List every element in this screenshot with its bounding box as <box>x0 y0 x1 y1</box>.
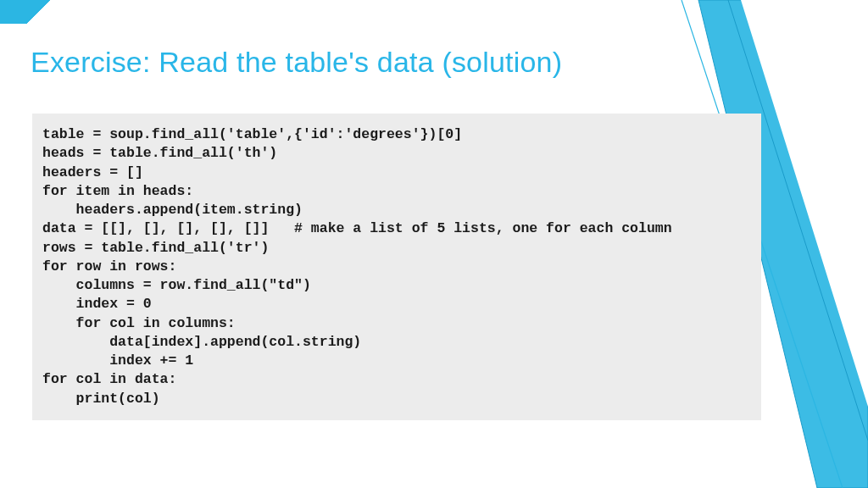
slide-title: Exercise: Read the table's data (solutio… <box>31 46 562 79</box>
corner-accent-top-left <box>0 0 68 24</box>
code-block: table = soup.find_all('table',{'id':'deg… <box>32 114 761 420</box>
